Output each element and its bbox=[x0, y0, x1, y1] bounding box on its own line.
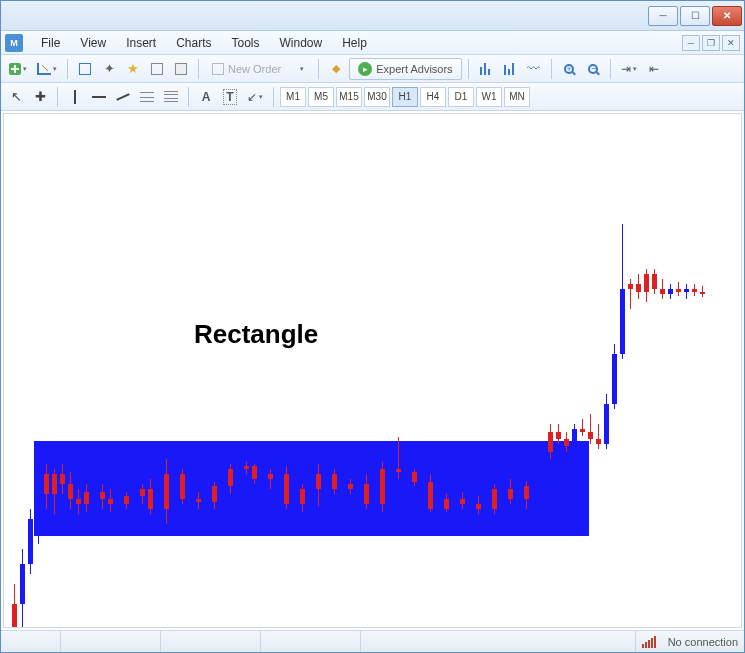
candle bbox=[12, 584, 17, 628]
text-label-button[interactable]: T bbox=[219, 86, 241, 108]
zoom-out-icon bbox=[588, 64, 598, 74]
line-chart-button[interactable]: 〰 bbox=[523, 58, 545, 80]
candle bbox=[572, 424, 577, 452]
candle bbox=[148, 479, 153, 514]
hline-icon bbox=[92, 96, 106, 98]
candle bbox=[460, 492, 465, 509]
menu-tools[interactable]: Tools bbox=[222, 33, 270, 53]
timeframe-m30[interactable]: M30 bbox=[364, 87, 390, 107]
shift-icon: ⇤ bbox=[649, 62, 659, 76]
equidistant-channel-button[interactable] bbox=[136, 86, 158, 108]
candle bbox=[596, 424, 601, 449]
app-window: ─ ☐ ✕ M File View Insert Charts Tools Wi… bbox=[0, 0, 745, 653]
timeframe-h4[interactable]: H4 bbox=[420, 87, 446, 107]
mdi-buttons: ─ ❐ ✕ bbox=[682, 35, 740, 51]
trendline-button[interactable] bbox=[112, 86, 134, 108]
navigator-button[interactable]: ✦ bbox=[98, 58, 120, 80]
timeframe-m5[interactable]: M5 bbox=[308, 87, 334, 107]
market-watch-button[interactable] bbox=[74, 58, 96, 80]
new-order-button[interactable]: New Order bbox=[205, 58, 288, 80]
fibo-icon bbox=[164, 91, 178, 103]
chart-area[interactable]: Rectangle bbox=[3, 113, 742, 628]
text-icon: A bbox=[202, 90, 211, 104]
candle bbox=[588, 414, 593, 444]
candle bbox=[380, 462, 385, 512]
menu-file[interactable]: File bbox=[31, 33, 70, 53]
terminal-button[interactable] bbox=[146, 58, 168, 80]
candle bbox=[76, 489, 81, 514]
timeframe-m1[interactable]: M1 bbox=[280, 87, 306, 107]
candle-chart-button[interactable] bbox=[499, 58, 521, 80]
vertical-line-button[interactable] bbox=[64, 86, 86, 108]
new-chart-button[interactable] bbox=[5, 58, 31, 80]
zoom-in-button[interactable] bbox=[558, 58, 580, 80]
menu-help[interactable]: Help bbox=[332, 33, 377, 53]
menu-charts[interactable]: Charts bbox=[166, 33, 221, 53]
candle bbox=[540, 444, 545, 489]
menu-insert[interactable]: Insert bbox=[116, 33, 166, 53]
candle bbox=[84, 484, 89, 512]
window-buttons: ─ ☐ ✕ bbox=[648, 6, 742, 26]
cursor-button[interactable]: ↖ bbox=[5, 86, 27, 108]
candle bbox=[612, 344, 617, 409]
close-button[interactable]: ✕ bbox=[712, 6, 742, 26]
separator bbox=[67, 59, 68, 79]
candle bbox=[268, 469, 273, 489]
chart-annotation-text[interactable]: Rectangle bbox=[194, 319, 318, 350]
candle bbox=[652, 269, 657, 294]
maximize-button[interactable]: ☐ bbox=[680, 6, 710, 26]
profiles-button[interactable] bbox=[33, 58, 61, 80]
status-cell-3 bbox=[161, 631, 261, 652]
timeframe-m15[interactable]: M15 bbox=[336, 87, 362, 107]
metaeditor-button[interactable]: ◆ bbox=[325, 58, 347, 80]
timeframe-h1[interactable]: H1 bbox=[392, 87, 418, 107]
expert-advisors-button[interactable]: ▸ Expert Advisors bbox=[349, 58, 461, 80]
app-icon: M bbox=[5, 34, 23, 52]
timeframe-w1[interactable]: W1 bbox=[476, 87, 502, 107]
tester-icon bbox=[175, 63, 187, 75]
square-icon bbox=[79, 63, 91, 75]
chart-shift-button[interactable]: ⇤ bbox=[643, 58, 665, 80]
candle bbox=[36, 454, 41, 544]
mdi-restore-button[interactable]: ❐ bbox=[702, 35, 720, 51]
strategy-tester-button[interactable] bbox=[170, 58, 192, 80]
candle bbox=[396, 437, 401, 479]
titlebar: ─ ☐ ✕ bbox=[1, 1, 744, 31]
timeframe-d1[interactable]: D1 bbox=[448, 87, 474, 107]
new-order-dropdown[interactable] bbox=[290, 58, 312, 80]
mdi-close-button[interactable]: ✕ bbox=[722, 35, 740, 51]
fibonacci-button[interactable] bbox=[160, 86, 182, 108]
minimize-button[interactable]: ─ bbox=[648, 6, 678, 26]
bar-chart-button[interactable] bbox=[475, 58, 497, 80]
timeframe-mn[interactable]: MN bbox=[504, 87, 530, 107]
candle bbox=[300, 484, 305, 512]
plus-icon bbox=[9, 63, 21, 75]
crosshair-button[interactable]: ✚ bbox=[29, 86, 51, 108]
rectangle-shape[interactable] bbox=[34, 441, 589, 536]
candle bbox=[60, 464, 65, 494]
auto-scroll-button[interactable]: ⇥ bbox=[617, 58, 641, 80]
zoom-out-button[interactable] bbox=[582, 58, 604, 80]
candle bbox=[604, 394, 609, 449]
horizontal-line-button[interactable] bbox=[88, 86, 110, 108]
statusbar: No connection bbox=[1, 630, 744, 652]
text-button[interactable]: A bbox=[195, 86, 217, 108]
menu-window[interactable]: Window bbox=[270, 33, 333, 53]
menu-view[interactable]: View bbox=[70, 33, 116, 53]
candle bbox=[316, 464, 321, 506]
candle bbox=[68, 472, 73, 509]
candle bbox=[476, 496, 481, 514]
star-icon: ★ bbox=[127, 61, 139, 76]
scroll-icon: ⇥ bbox=[621, 62, 631, 76]
mdi-minimize-button[interactable]: ─ bbox=[682, 35, 700, 51]
status-cell-2 bbox=[61, 631, 161, 652]
label-icon: T bbox=[223, 89, 236, 105]
candle bbox=[636, 274, 641, 299]
connection-status[interactable]: No connection bbox=[636, 631, 744, 652]
candle bbox=[684, 284, 689, 299]
data-window-button[interactable]: ★ bbox=[122, 58, 144, 80]
separator bbox=[468, 59, 469, 79]
arrows-button[interactable]: ↙ bbox=[243, 86, 267, 108]
line-icon: 〰 bbox=[527, 61, 540, 76]
candle bbox=[444, 494, 449, 512]
